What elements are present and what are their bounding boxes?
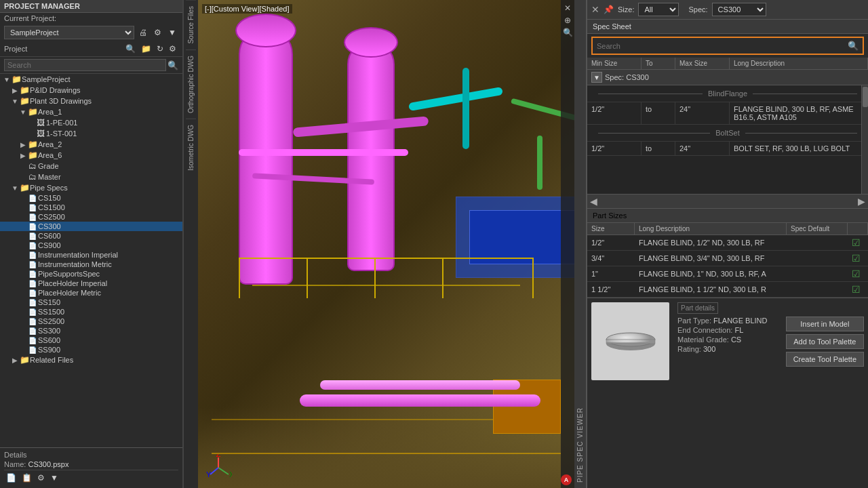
tree-item-area2[interactable]: ▶ 📁 Area_2 <box>0 139 182 150</box>
ortho-dwg-tab[interactable]: Orthographic DWG <box>186 49 196 119</box>
tree-item-ss900[interactable]: 📄 SS900 <box>0 345 182 354</box>
search-button[interactable]: 🔍 <box>167 60 178 70</box>
tree-item-pipesupports[interactable]: 📄 PipeSupportsSpec <box>0 269 182 279</box>
tree-item-cs2500[interactable]: 📄 CS2500 <box>0 212 182 222</box>
svg-text:Z: Z <box>216 454 221 458</box>
size-select[interactable]: All 1/2" 3/4" 1" <box>638 3 679 16</box>
material-grade-line: Material Grade: CS <box>677 336 778 344</box>
project-tree: ▼ 📁 SampleProject ▶ 📁 P&ID Drawings ▼ 📁 … <box>0 74 182 447</box>
insert-model-button[interactable]: Insert in Model <box>786 317 864 331</box>
part-size-row-4[interactable]: 1 1/2" FLANGE BLIND, 1 1/2" ND, 300 LB, … <box>587 282 868 298</box>
scroll-right-btn[interactable]: ▶ <box>858 196 865 207</box>
tree-item-inst-imperial[interactable]: 📄 Instrumentation Imperial <box>0 250 182 260</box>
tree-item-master[interactable]: 🗂 Master <box>0 171 182 182</box>
spec-collapse-btn[interactable]: ▼ <box>591 72 602 83</box>
tree-item-cs600[interactable]: 📄 CS600 <box>0 231 182 241</box>
tree-item-cs300[interactable]: 📄 CS300 <box>0 222 182 231</box>
search-row: 🔍 <box>0 57 182 74</box>
ps-col-desc: Long Description <box>635 223 787 235</box>
tree-item-placeholder-imperial[interactable]: 📄 PlaceHolder Imperial <box>0 279 182 288</box>
spec-sheet-label: Spec Sheet <box>593 22 631 30</box>
spec-row-bf-1[interactable]: 1/2" to 24" FLANGE BLIND, 300 LB, RF, AS… <box>587 102 868 125</box>
tree-item-grade[interactable]: 🗂 Grade <box>0 161 182 171</box>
tree-item-inst-metric[interactable]: 📄 Instrumentation Metric <box>0 260 182 269</box>
part-action-buttons: Insert in Model Add to Tool Palette Crea… <box>782 298 868 384</box>
part-details-area: Part details Part Type: FLANGE BLIND End… <box>587 298 868 384</box>
project-select[interactable]: SampleProject <box>4 26 134 39</box>
options-button[interactable]: ⚙ <box>152 26 163 39</box>
tree-item-pipe-specs[interactable]: ▼ 📁 Pipe Specs <box>0 182 182 193</box>
details-btn-2[interactable]: 📋 <box>20 472 34 484</box>
tree-item-ss300[interactable]: 📄 SS300 <box>0 326 182 336</box>
create-palette-button[interactable]: Create Tool Palette <box>786 352 864 367</box>
ps-col-default: Spec Default <box>787 223 848 235</box>
settings-btn[interactable]: ⚙ <box>167 43 178 55</box>
spec-row-bs-1[interactable]: 1/2" to 24" BOLT SET, RF, 300 LB, LUG BO… <box>587 142 868 156</box>
rating-line: Rating: 300 <box>677 345 778 353</box>
spec-sheet-header: Spec Sheet <box>587 20 868 34</box>
part-size-row-2[interactable]: 3/4" FLANGE BLIND, 3/4" ND, 300 LB, RF ☑ <box>587 251 868 266</box>
ps-col-check <box>848 223 868 235</box>
part-size-row-1[interactable]: 1/2" FLANGE BLIND, 1/2" ND, 300 LB, RF ☑ <box>587 235 868 251</box>
spec-content: BlindFlange 1/2" to 24" FLANGE BLIND, 30… <box>587 85 868 194</box>
part-details-info: Part details Part Type: FLANGE BLIND End… <box>673 298 782 384</box>
spec-viewer-panel: ✕ 📌 Size: All 1/2" 3/4" 1" Spec: CS300 C… <box>587 0 868 488</box>
view-zoom-btn[interactable]: 🔍 <box>562 27 574 38</box>
pipe-spec-viewer-tab[interactable]: PIPE SPEC VIEWER <box>574 0 587 488</box>
project-selector-row: SampleProject 🖨 ⚙ ▼ <box>0 24 182 41</box>
details-btn-1[interactable]: 📄 <box>4 472 18 484</box>
spec-scrollbar[interactable] <box>861 85 868 194</box>
part-sizes-header: Part Sizes <box>587 208 868 223</box>
view-nav-btn[interactable]: ⊕ <box>564 15 572 26</box>
part-sizes-label: Part Sizes <box>593 211 627 220</box>
spec-select[interactable]: CS300 CS150 CS600 <box>712 3 766 16</box>
new-folder-btn[interactable]: 📁 <box>139 43 153 55</box>
project-toolbar: Project 🔍 📁 ↻ ⚙ <box>0 41 182 57</box>
3d-scene: A Z X Y <box>198 0 574 488</box>
tree-item-plant3d[interactable]: ▼ 📁 Plant 3D Drawings <box>0 96 182 106</box>
tree-item-cs150[interactable]: 📄 CS150 <box>0 193 182 203</box>
dropdown-button[interactable]: ▼ <box>166 26 178 39</box>
tree-item-ss1500[interactable]: 📄 SS1500 <box>0 307 182 317</box>
tree-item-pid[interactable]: ▶ 📁 P&ID Drawings <box>0 85 182 96</box>
spec-label: Spec: <box>688 5 707 14</box>
tree-item-1pe001[interactable]: 🖼 1-PE-001 <box>0 117 182 128</box>
part-size-row-3[interactable]: 1" FLANGE BLIND, 1" ND, 300 LB, RF, A ☑ <box>587 266 868 282</box>
tree-item-area1[interactable]: ▼ 📁 Area_1 <box>0 106 182 117</box>
red-indicator: A <box>561 474 572 485</box>
view-label: [-][Custom View][Shaded] <box>202 4 292 14</box>
tree-item-related-files[interactable]: ▶ 📁 Related Files <box>0 354 182 365</box>
tree-item-cs900[interactable]: 📄 CS900 <box>0 241 182 250</box>
tree-item-sampleproject[interactable]: ▼ 📁 SampleProject <box>0 74 182 85</box>
tree-item-cs1500[interactable]: 📄 CS1500 <box>0 203 182 212</box>
col-to: To <box>642 58 675 69</box>
tree-item-ss150[interactable]: 📄 SS150 <box>0 298 182 307</box>
3d-viewport[interactable]: [-][Custom View][Shaded] <box>198 0 574 488</box>
spec-search-input[interactable] <box>597 42 848 50</box>
section-blind-flange: BlindFlange <box>587 85 868 102</box>
tree-item-placeholder-metric[interactable]: 📄 PlaceHolder Metric <box>0 288 182 298</box>
iso-dwg-tab[interactable]: Isometric DWG <box>186 119 196 176</box>
details-btn-3[interactable]: ⚙ <box>35 472 47 484</box>
spec-pin-btn[interactable]: 📌 <box>604 5 614 14</box>
spec-top-bar: ✕ 📌 Size: All 1/2" 3/4" 1" Spec: CS300 C… <box>587 0 868 20</box>
print-button[interactable]: 🖨 <box>137 26 149 39</box>
search-input[interactable] <box>4 59 166 71</box>
tree-item-ss2500[interactable]: 📄 SS2500 <box>0 317 182 326</box>
add-palette-button[interactable]: Add to Tool Palette <box>786 334 864 349</box>
spec-search-button[interactable]: 🔍 <box>848 41 859 51</box>
view-close-btn[interactable]: ✕ <box>564 3 572 14</box>
part-sizes-th-row: Size Long Description Spec Default <box>587 223 868 235</box>
details-btn-4[interactable]: ▼ <box>48 472 60 484</box>
search-icon-btn[interactable]: 🔍 <box>123 43 138 55</box>
source-files-tab[interactable]: Source Files <box>186 0 196 49</box>
details-label: Details <box>4 451 178 459</box>
spec-expand-row: ▼ Spec: CS300 <box>587 70 868 85</box>
scroll-left-btn[interactable]: ◀ <box>590 196 597 207</box>
tree-item-ss600[interactable]: 📄 SS600 <box>0 336 182 345</box>
tree-item-1st001[interactable]: 🖼 1-ST-001 <box>0 128 182 139</box>
spec-close-btn[interactable]: ✕ <box>591 5 599 14</box>
col-max-size: Max Size <box>675 58 730 69</box>
tree-item-area6[interactable]: ▶ 📁 Area_6 <box>0 150 182 161</box>
refresh-btn[interactable]: ↻ <box>155 43 165 55</box>
